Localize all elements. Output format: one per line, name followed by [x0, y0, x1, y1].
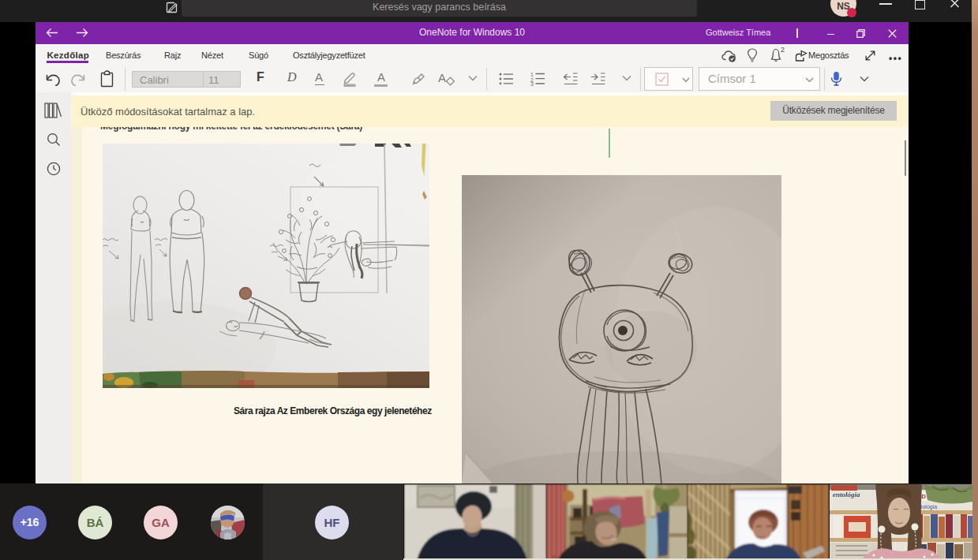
svg-text:A: A [438, 71, 446, 84]
svg-text:entológia: entológia [833, 491, 860, 498]
svg-text:3: 3 [530, 81, 534, 86]
svg-text:2: 2 [781, 47, 785, 54]
